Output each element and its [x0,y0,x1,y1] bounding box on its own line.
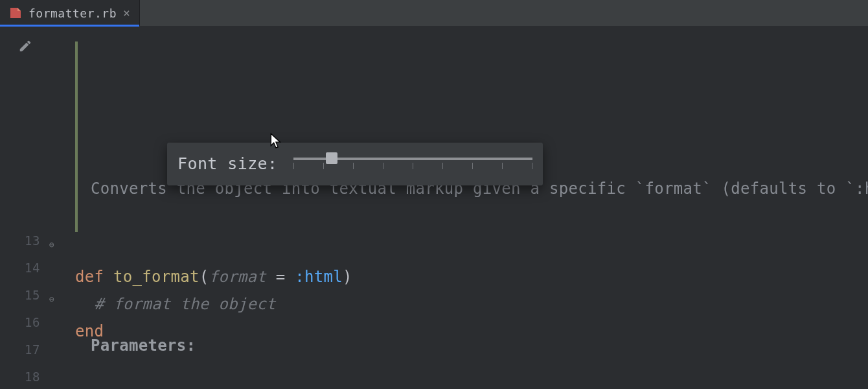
editor-area: 13 14 15 16 17 18 ⊖ ⊖ Converts the objec… [0,26,868,389]
slider-thumb[interactable] [326,152,337,164]
fold-toggle-close-icon[interactable]: ⊖ [49,294,54,304]
mouse-cursor-icon [269,132,284,152]
line-number: 16 [0,309,47,336]
line-number-gutter: 13 14 15 16 17 18 [0,26,47,389]
line-number: 13 [0,227,47,254]
doc-comment-marker [75,41,78,232]
method-name: to_format [113,268,200,286]
line-number: 15 [0,281,47,309]
edit-doc-icon[interactable] [18,39,32,56]
line-number: 17 [0,336,47,363]
keyword-end: end [75,322,104,340]
font-size-slider[interactable] [293,151,532,177]
file-tab-formatter[interactable]: formatter.rb × [0,0,140,26]
ruby-file-icon [9,6,22,19]
line-number: 14 [0,254,47,281]
line-number: 18 [0,363,47,389]
font-size-label: Font size: [177,150,278,178]
keyword-def: def [75,268,104,286]
close-tab-icon[interactable]: × [123,7,130,19]
code-canvas[interactable]: Converts the object into textual markup … [65,26,868,389]
fold-gutter: ⊖ ⊖ [47,26,65,389]
comment-line: # format the object [95,295,276,313]
fold-toggle-open-icon[interactable]: ⊖ [49,240,54,250]
font-size-popup: Font size: [167,143,543,185]
tab-bar: formatter.rb × [0,0,868,26]
param-name: format [209,268,267,286]
file-tab-title: formatter.rb [29,6,117,20]
